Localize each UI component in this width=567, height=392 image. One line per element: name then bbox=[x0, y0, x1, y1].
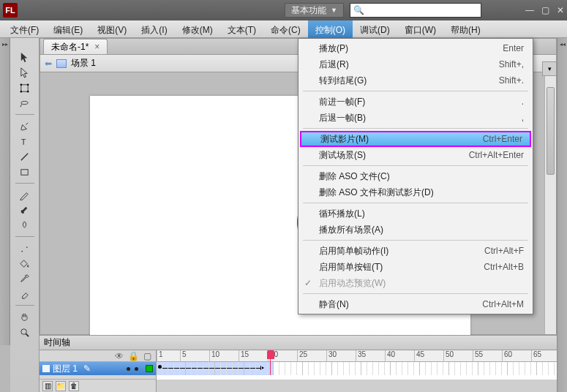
eyedropper-tool[interactable] bbox=[16, 271, 34, 286]
outline-icon[interactable]: ▢ bbox=[143, 351, 151, 361]
frame-cell[interactable] bbox=[221, 362, 227, 375]
frame-cell[interactable] bbox=[537, 362, 543, 375]
frame-cell[interactable] bbox=[531, 362, 537, 375]
zoom-tool[interactable] bbox=[16, 325, 34, 339]
frame-cell[interactable] bbox=[315, 362, 320, 375]
frame-cell[interactable] bbox=[502, 362, 508, 375]
frame-cell[interactable] bbox=[426, 362, 432, 375]
menu-text[interactable]: 文本(T) bbox=[220, 20, 263, 38]
hand-tool[interactable] bbox=[16, 309, 34, 324]
menu-commands[interactable]: 命令(C) bbox=[263, 20, 308, 38]
rectangle-tool[interactable] bbox=[16, 165, 34, 179]
menu-view[interactable]: 视图(V) bbox=[90, 20, 134, 38]
text-tool[interactable]: T bbox=[16, 134, 34, 148]
frame-cell[interactable] bbox=[408, 362, 414, 375]
scene-label[interactable]: 场景 1 bbox=[71, 57, 96, 69]
menu-item[interactable]: 启用简单帧动作(I)Ctrl+Alt+F bbox=[300, 243, 531, 259]
subselection-tool[interactable] bbox=[16, 65, 34, 80]
menu-item[interactable]: 静音(N)Ctrl+Alt+M bbox=[300, 296, 531, 312]
frame-cell[interactable] bbox=[215, 362, 221, 375]
frame-cell[interactable] bbox=[455, 362, 461, 375]
eye-icon[interactable]: 👁 bbox=[115, 351, 124, 361]
frame-cell[interactable] bbox=[209, 362, 215, 375]
playhead[interactable] bbox=[268, 350, 274, 375]
menu-item[interactable]: 删除 ASO 文件(C) bbox=[300, 168, 531, 184]
frame-cell[interactable] bbox=[338, 362, 344, 375]
frame-cell[interactable] bbox=[385, 362, 391, 375]
close-tab-icon[interactable]: × bbox=[94, 42, 99, 52]
menu-item[interactable]: 播放所有场景(A) bbox=[300, 222, 531, 238]
frame-cell[interactable] bbox=[274, 362, 279, 375]
timeline-header[interactable]: 时间轴 bbox=[40, 336, 557, 350]
frame-cell[interactable] bbox=[168, 362, 174, 375]
frame-cell[interactable] bbox=[344, 362, 350, 375]
frame-cell[interactable] bbox=[473, 362, 478, 375]
timeline-frames[interactable]: 1510152025303540455055606570 bbox=[157, 350, 557, 380]
search-input[interactable]: 🔍 bbox=[350, 3, 481, 18]
frame-cell[interactable] bbox=[379, 362, 385, 375]
frame-cell[interactable] bbox=[162, 362, 168, 375]
frame-cell[interactable] bbox=[367, 362, 373, 375]
frame-cell[interactable] bbox=[461, 362, 467, 375]
new-folder-button[interactable]: 📁 bbox=[56, 381, 66, 391]
free-transform-tool[interactable] bbox=[16, 80, 34, 95]
frame-cell[interactable] bbox=[432, 362, 438, 375]
frame-cell[interactable] bbox=[402, 362, 408, 375]
new-layer-button[interactable]: ▥ bbox=[42, 381, 53, 391]
menu-item[interactable]: 启用简单按钮(T)Ctrl+Alt+B bbox=[300, 259, 531, 275]
frame-cell[interactable] bbox=[326, 362, 332, 375]
paint-bucket-tool[interactable] bbox=[16, 256, 34, 271]
frame-cell[interactable] bbox=[397, 362, 402, 375]
frame-cell[interactable] bbox=[250, 362, 256, 375]
frame-cell[interactable] bbox=[555, 362, 557, 375]
frame-cell[interactable] bbox=[297, 362, 303, 375]
menu-item[interactable]: 播放(P)Enter bbox=[300, 40, 531, 56]
frame-cell[interactable] bbox=[490, 362, 496, 375]
pencil-tool[interactable] bbox=[16, 187, 34, 202]
frame-cell[interactable] bbox=[496, 362, 502, 375]
frame-cell[interactable] bbox=[420, 362, 426, 375]
lock-icon[interactable]: 🔒 bbox=[128, 351, 139, 361]
frame-cell[interactable] bbox=[484, 362, 490, 375]
right-collapse-gutter[interactable]: ◂◂ bbox=[557, 38, 567, 392]
frame-cell[interactable] bbox=[438, 362, 443, 375]
frame-cell[interactable] bbox=[350, 362, 356, 375]
workspace-switcher[interactable]: 基本功能 ▼ bbox=[285, 3, 344, 18]
frame-cell[interactable] bbox=[508, 362, 514, 375]
frame-cell[interactable] bbox=[414, 362, 420, 375]
frame-cell[interactable] bbox=[443, 362, 449, 375]
menu-insert[interactable]: 插入(I) bbox=[134, 20, 174, 38]
bone-tool[interactable] bbox=[16, 241, 34, 255]
left-collapse-gutter[interactable]: ▸▸ bbox=[0, 38, 10, 345]
frame-cell[interactable] bbox=[291, 362, 297, 375]
frame-cell[interactable] bbox=[309, 362, 315, 375]
frame-cell[interactable] bbox=[174, 362, 180, 375]
menu-item[interactable]: 后退(R)Shift+, bbox=[300, 56, 531, 72]
timeline-ruler[interactable]: 1510152025303540455055606570 bbox=[157, 350, 557, 362]
close-icon[interactable]: ✕ bbox=[557, 5, 564, 15]
menu-debug[interactable]: 调试(D) bbox=[353, 20, 397, 38]
frame-cell[interactable] bbox=[320, 362, 326, 375]
menu-item[interactable]: 循环播放(L) bbox=[300, 206, 531, 222]
menu-item[interactable]: 删除 ASO 文件和测试影片(D) bbox=[300, 184, 531, 200]
frame-cell[interactable] bbox=[478, 362, 484, 375]
frame-cell[interactable] bbox=[157, 362, 162, 375]
frame-cell[interactable] bbox=[198, 362, 203, 375]
delete-layer-button[interactable]: 🗑 bbox=[69, 381, 79, 391]
frame-cell[interactable] bbox=[543, 362, 549, 375]
frame-cell[interactable] bbox=[332, 362, 338, 375]
scrollbar-thumb[interactable] bbox=[547, 87, 555, 175]
menu-item[interactable]: 后退一帧(B), bbox=[300, 110, 531, 126]
frame-cell[interactable] bbox=[244, 362, 250, 375]
frame-cell[interactable] bbox=[180, 362, 186, 375]
line-tool[interactable] bbox=[16, 149, 34, 164]
frame-cell[interactable] bbox=[227, 362, 233, 375]
deco-tool[interactable] bbox=[16, 218, 34, 233]
frame-cell[interactable] bbox=[186, 362, 192, 375]
frame-cell[interactable] bbox=[519, 362, 525, 375]
frame-cell[interactable] bbox=[262, 362, 268, 375]
frame-cell[interactable] bbox=[192, 362, 198, 375]
minimize-icon[interactable]: — bbox=[525, 5, 534, 15]
document-tab[interactable]: 未命名-1* × bbox=[43, 39, 108, 54]
brush-tool[interactable] bbox=[16, 203, 34, 217]
